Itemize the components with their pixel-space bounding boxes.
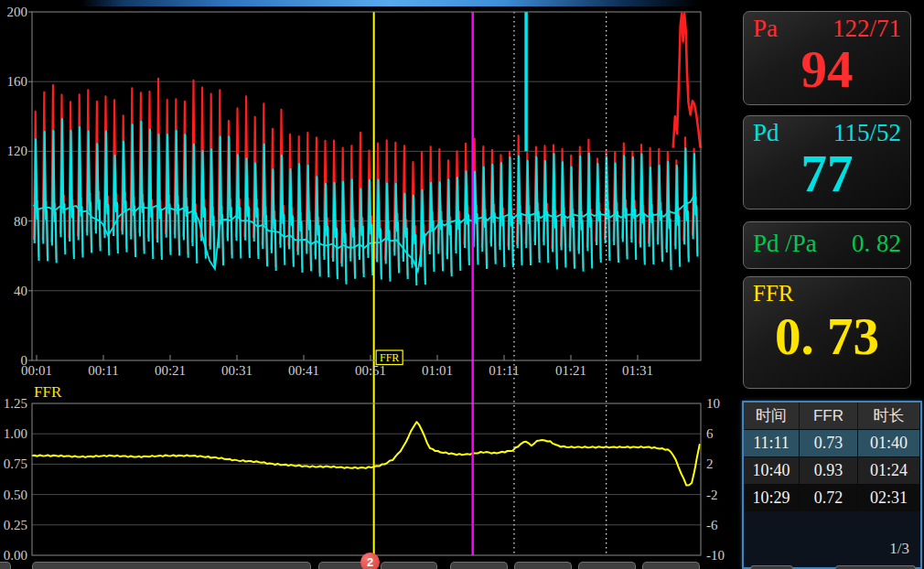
history-cell: 0.72 (800, 484, 858, 511)
history-row[interactable]: 10:290.7202:31 (744, 484, 920, 511)
svg-text:FFR: FFR (380, 351, 399, 364)
pdpa-ratio-panel: Pd /Pa 0. 82 (743, 221, 911, 269)
pagination-indicator: 1/3 (889, 540, 909, 558)
ffr-trend-title: FFR (34, 383, 62, 401)
history-cell: 01:40 (858, 429, 920, 456)
history-cell: 02:31 (858, 484, 920, 511)
history-cell: 11:11 (744, 429, 800, 456)
ffr-trend-line (32, 422, 700, 485)
svg-text:00:51: 00:51 (355, 363, 386, 378)
history-column-header: 时间 (744, 403, 800, 429)
svg-text:0.50: 0.50 (4, 488, 27, 502)
svg-text:00:31: 00:31 (221, 363, 252, 378)
pd-pressure-panel: Pd 115/52 77 (743, 115, 911, 209)
toolbar-button-main[interactable] (32, 562, 311, 569)
pa-label: Pa (753, 15, 778, 43)
history-cell: 0.73 (800, 429, 858, 456)
svg-text:40: 40 (14, 284, 27, 298)
svg-text:6: 6 (706, 426, 714, 441)
svg-text:-10: -10 (706, 548, 725, 563)
svg-text:01:11: 01:11 (489, 363, 520, 378)
toolbar-button-2[interactable] (381, 562, 437, 569)
pd-mean-value: 77 (744, 147, 910, 199)
pa-spike (673, 14, 701, 148)
pd-waveform (35, 119, 698, 285)
svg-text:01:21: 01:21 (555, 363, 586, 378)
svg-text:00:21: 00:21 (155, 363, 186, 378)
svg-text:-2: -2 (706, 488, 718, 502)
ffr-value: 0. 73 (744, 310, 910, 362)
svg-text:1.25: 1.25 (4, 396, 27, 411)
svg-text:00:01: 00:01 (21, 363, 52, 378)
svg-text:200: 200 (7, 5, 28, 19)
ffr-label: FFR (744, 277, 910, 306)
pd-sys-dia-value: 115/52 (833, 119, 901, 147)
measurement-history-table[interactable]: 时间FFR时长 11:110.7301:4010:400.9301:2410:2… (742, 401, 922, 569)
pd-label: Pd (753, 119, 779, 147)
svg-text:0.75: 0.75 (4, 456, 27, 471)
svg-text:-6: -6 (706, 518, 718, 532)
pdpa-label: Pd /Pa (753, 230, 817, 258)
svg-text:01:31: 01:31 (622, 363, 653, 378)
history-next-page-button[interactable] (835, 565, 916, 569)
ffr-value-panel: FFR 0. 73 (743, 276, 911, 389)
history-column-header: 时长 (858, 403, 920, 429)
pa-pressure-panel: Pa 122/71 94 (743, 11, 911, 105)
toolbar-button-6[interactable] (642, 562, 700, 569)
history-cell: 01:24 (858, 456, 920, 484)
svg-text:01:01: 01:01 (422, 363, 453, 378)
history-prev-page-button[interactable] (750, 565, 793, 569)
svg-text:00:41: 00:41 (288, 363, 319, 378)
history-cell: 0.93 (800, 456, 858, 484)
history-column-header: FFR (800, 403, 858, 429)
toolbar-button-3[interactable] (450, 562, 508, 569)
svg-text:160: 160 (7, 74, 28, 89)
ffr-monitor-screen: { "app": {"badge_count": "2"}, "vitals":… (0, 0, 924, 569)
svg-text:0.25: 0.25 (4, 518, 27, 532)
history-row[interactable]: 10:400.9301:24 (744, 456, 920, 484)
svg-text:2: 2 (706, 456, 714, 471)
svg-text:0.00: 0.00 (4, 548, 27, 563)
svg-text:00:11: 00:11 (88, 363, 119, 378)
pressure-and-ffr-charts[interactable]: 2001601208040000:0100:1100:2100:3100:410… (0, 0, 741, 569)
history-cell: 10:29 (744, 484, 800, 511)
toolbar-button-edge[interactable] (0, 562, 11, 569)
svg-text:1.00: 1.00 (4, 426, 27, 441)
pdpa-value: 0. 82 (852, 230, 901, 258)
pa-mean-value: 94 (744, 43, 910, 95)
history-table-header: 时间FFR时长 (744, 403, 920, 429)
svg-text:80: 80 (14, 214, 27, 229)
history-row[interactable]: 11:110.7301:40 (744, 429, 920, 456)
history-cell: 10:40 (744, 456, 800, 484)
svg-text:10: 10 (706, 396, 720, 411)
pa-sys-dia-value: 122/71 (833, 15, 901, 43)
notification-badge: 2 (360, 553, 380, 569)
toolbar-button-5[interactable] (578, 562, 636, 569)
svg-text:120: 120 (7, 144, 28, 158)
toolbar-button-4[interactable] (514, 562, 572, 569)
